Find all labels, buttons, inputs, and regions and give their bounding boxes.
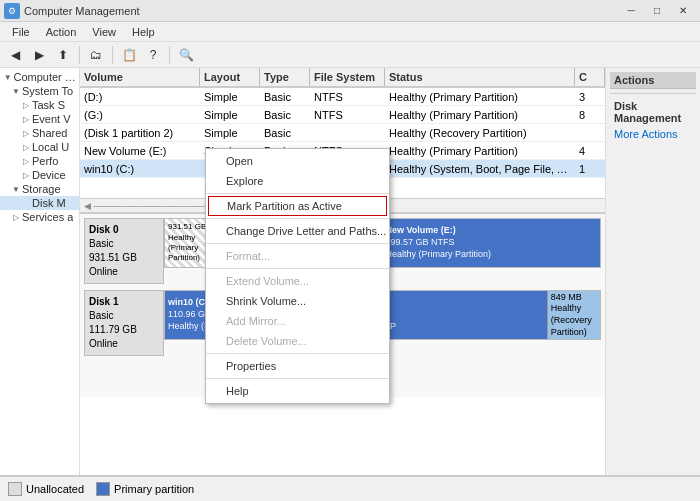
ctx-open[interactable]: Open <box>206 151 389 171</box>
window-title: Computer Management <box>24 5 140 17</box>
legend-primary: Primary partition <box>96 482 194 496</box>
partition[interactable]: New Volume (E:) 499.57 GB NTFS Healthy (… <box>383 219 601 267</box>
actions-title: Actions <box>610 72 696 89</box>
cell-status: Healthy (Primary Partition) <box>385 108 575 122</box>
sidebar-item-event[interactable]: ▷ Event V <box>0 112 79 126</box>
disk-type-1: Basic <box>89 309 159 323</box>
sidebar-label-shared: Shared <box>32 127 67 139</box>
show-hide-tree-button[interactable]: 🗂 <box>85 45 107 65</box>
ctx-properties[interactable]: Properties <box>206 356 389 376</box>
legend-unallocated: Unallocated <box>8 482 84 496</box>
col-header-layout[interactable]: Layout <box>200 68 260 86</box>
maximize-button[interactable]: □ <box>644 2 670 20</box>
ctx-mark-active[interactable]: Mark Partition as Active <box>208 196 387 216</box>
cell-volume: New Volume (E:) <box>80 144 200 158</box>
cell-status: Healthy (Primary Partition) <box>385 90 575 104</box>
sidebar: ▼ Computer Me ▼ System To ▷ Task S ▷ Eve… <box>0 68 80 475</box>
menu-file[interactable]: File <box>4 25 38 39</box>
sidebar-label-services: Services a <box>22 211 73 223</box>
disk-info-1: Disk 1 Basic 111.79 GB Online <box>84 290 164 356</box>
menu-help[interactable]: Help <box>124 25 163 39</box>
ctx-separator <box>206 243 389 244</box>
right-panel: Actions Disk Management More Actions <box>605 68 700 475</box>
ctx-separator <box>206 378 389 379</box>
cell-type: Basic <box>260 126 310 140</box>
sidebar-label-task: Task S <box>32 99 65 111</box>
up-button[interactable]: ⬆ <box>52 45 74 65</box>
ctx-separator <box>206 268 389 269</box>
disk-size-0: 931.51 GB <box>89 251 159 265</box>
cell-status: Healthy (Primary Partition) <box>385 144 575 158</box>
ctx-separator <box>206 353 389 354</box>
col-header-volume[interactable]: Volume <box>80 68 200 86</box>
ctx-separator <box>206 218 389 219</box>
ctx-separator <box>206 193 389 194</box>
sidebar-item-task[interactable]: ▷ Task S <box>0 98 79 112</box>
cell-cap <box>575 132 605 134</box>
cell-volume: win10 (C:) <box>80 162 200 176</box>
disk-label-1: Disk 1 <box>89 295 159 309</box>
cell-status: Healthy (Recovery Partition) <box>385 126 575 140</box>
disk-status-0: Online <box>89 265 159 279</box>
col-header-status[interactable]: Status <box>385 68 575 86</box>
cell-volume: (G:) <box>80 108 200 122</box>
close-button[interactable]: ✕ <box>670 2 696 20</box>
partition[interactable]: 849 MB Healthy (Recovery Partition) <box>548 291 600 339</box>
expand-icon: ▷ <box>20 171 32 180</box>
table-row[interactable]: (D:) Simple Basic NTFS Healthy (Primary … <box>80 88 605 106</box>
sidebar-item-system[interactable]: ▼ System To <box>0 84 79 98</box>
sidebar-item-storage[interactable]: ▼ Storage <box>0 182 79 196</box>
table-header: Volume Layout Type File System Status C <box>80 68 605 88</box>
disk-label-0: Disk 0 <box>89 223 159 237</box>
toolbar-separator3 <box>169 46 170 64</box>
menu-view[interactable]: View <box>84 25 124 39</box>
menu-action[interactable]: Action <box>38 25 85 39</box>
sidebar-item-local[interactable]: ▷ Local U <box>0 140 79 154</box>
ctx-format: Format... <box>206 246 389 266</box>
sidebar-item-shared[interactable]: ▷ Shared <box>0 126 79 140</box>
ctx-help[interactable]: Help <box>206 381 389 401</box>
properties-button[interactable]: 📋 <box>118 45 140 65</box>
help-button[interactable]: ? <box>142 45 164 65</box>
title-bar: ⚙ Computer Management ─ □ ✕ <box>0 0 700 22</box>
expand-icon: ▼ <box>2 73 13 82</box>
export-button[interactable]: 🔍 <box>175 45 197 65</box>
ctx-shrink[interactable]: Shrink Volume... <box>206 291 389 311</box>
status-bar: Unallocated Primary partition <box>0 475 700 501</box>
window-controls: ─ □ ✕ <box>618 2 696 20</box>
cell-volume: (D:) <box>80 90 200 104</box>
legend-box-unallocated <box>8 482 22 496</box>
col-header-type[interactable]: Type <box>260 68 310 86</box>
table-row[interactable]: (G:) Simple Basic NTFS Healthy (Primary … <box>80 106 605 124</box>
sidebar-item-perf[interactable]: ▷ Perfo <box>0 154 79 168</box>
table-row[interactable]: (Disk 1 partition 2) Simple Basic Health… <box>80 124 605 142</box>
back-button[interactable]: ◀ <box>4 45 26 65</box>
ctx-delete: Delete Volume... <box>206 331 389 351</box>
action-section-disk: Disk Management More Actions <box>610 93 696 142</box>
sidebar-label-device: Device <box>32 169 66 181</box>
ctx-explore[interactable]: Explore <box>206 171 389 191</box>
col-header-cap[interactable]: C <box>575 68 605 86</box>
action-more-link[interactable]: More Actions <box>610 126 696 142</box>
cell-cap: 8 <box>575 108 605 122</box>
cell-status: Healthy (System, Boot, Page File, Active… <box>385 162 575 176</box>
minimize-button[interactable]: ─ <box>618 2 644 20</box>
legend-label-primary: Primary partition <box>114 483 194 495</box>
cell-cap: 4 <box>575 144 605 158</box>
disk-type-0: Basic <box>89 237 159 251</box>
main-layout: ▼ Computer Me ▼ System To ▷ Task S ▷ Eve… <box>0 68 700 475</box>
legend-label-unallocated: Unallocated <box>26 483 84 495</box>
col-header-fs[interactable]: File System <box>310 68 385 86</box>
sidebar-item-services[interactable]: ▷ Services a <box>0 210 79 224</box>
forward-button[interactable]: ▶ <box>28 45 50 65</box>
toolbar-separator2 <box>112 46 113 64</box>
sidebar-label-local: Local U <box>32 141 69 153</box>
sidebar-item-disk[interactable]: Disk M <box>0 196 79 210</box>
sidebar-item-computer[interactable]: ▼ Computer Me <box>0 70 79 84</box>
sidebar-label-disk: Disk M <box>32 197 66 209</box>
sidebar-label-system: System To <box>22 85 73 97</box>
ctx-change-letter[interactable]: Change Drive Letter and Paths... <box>206 221 389 241</box>
menu-bar: File Action View Help <box>0 22 700 42</box>
ctx-extend: Extend Volume... <box>206 271 389 291</box>
sidebar-item-device[interactable]: ▷ Device <box>0 168 79 182</box>
